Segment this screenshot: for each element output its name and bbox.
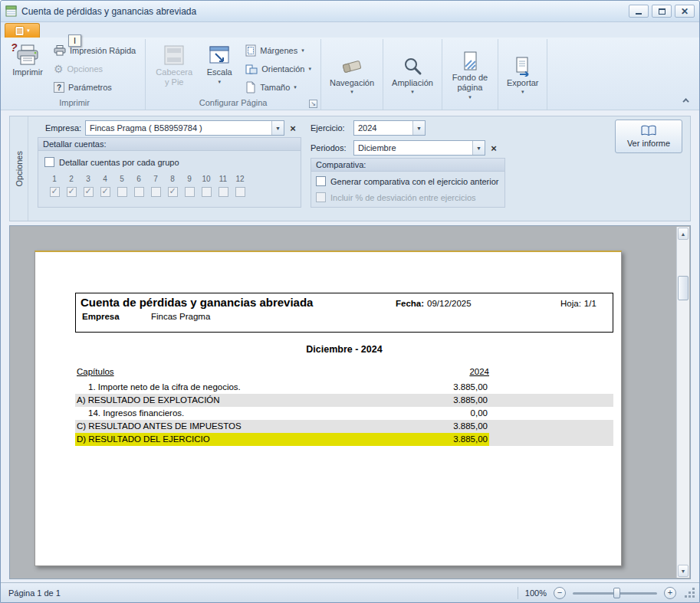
generar-comparativa-checkbox[interactable] [316,176,326,186]
row-value: 3.885,00 [453,433,489,446]
imprimir-button[interactable]: ? Imprimir [8,41,47,80]
tamano-button[interactable]: Tamaño ▾ [241,80,316,95]
month-checkbox-12[interactable] [235,187,245,197]
month-checkbox-1[interactable] [50,187,60,197]
zoom-out-button[interactable]: − [554,587,566,599]
tamano-label: Tamaño [260,83,290,92]
app-menu-button[interactable]: ▾ [5,23,40,38]
periodos-clear-button[interactable]: × [487,140,501,156]
capitulos-column-header: Capítulos [75,365,469,379]
month-checkbox-4[interactable] [100,187,110,197]
month-number-2: 2 [63,175,80,183]
month-checkbox-2[interactable] [67,187,77,197]
page-indicator: Página 1 de 1 [8,588,61,598]
ribbon-group-ampliacion: Ampliación ▾ [383,39,442,110]
month-checkbox-9[interactable] [185,187,195,197]
report-preview: Cuenta de pérdidas y ganancias abreviada… [9,225,691,579]
scrollbar-thumb[interactable] [678,276,688,300]
close-button[interactable]: ✕ [675,5,695,18]
report-header-box: Cuenta de pérdidas y ganancias abreviada… [75,293,613,333]
month-checkbox-7[interactable] [151,187,161,197]
month-checkbox-5[interactable] [117,187,127,197]
export-icon [511,57,534,77]
question-mark-overlay-icon: ? [11,41,18,54]
chevron-up-icon [682,98,688,104]
restore-icon [659,8,665,15]
fondo-de-pagina-dropdown-icon: ▾ [468,94,472,100]
ampliacion-button[interactable]: Ampliación ▾ [388,53,437,98]
comparativa-checkbox2-row: Incluir % de desviación entre ejercicios [316,192,476,202]
ejercicio-dropdown-arrow-icon[interactable]: ▼ [412,121,425,135]
escala-button[interactable]: Escala ▾ [200,41,238,87]
month-checkbox-8[interactable] [168,187,178,197]
hoja-label: Hoja: [560,299,581,308]
restore-button[interactable] [652,5,672,18]
ribbon-collapse-button[interactable] [681,95,693,106]
periodos-value: Diciembre [354,143,472,152]
month-number-4: 4 [97,175,113,183]
dialog-launcher-icon[interactable]: ↘ [309,100,317,108]
margenes-button[interactable]: Márgenes ▾ [241,43,316,58]
row-label: A) RESULTADO DE EXPLOTACIÓN [75,394,453,407]
month-number-5: 5 [113,175,130,183]
month-checkboxes-row [38,186,248,197]
fondo-de-pagina-button[interactable]: Fondo de página ▾ [447,48,493,102]
ver-informe-button[interactable]: Ver informe [615,120,682,153]
ribbon-tab-row: ▾ [1,22,699,38]
month-checkbox-10[interactable] [202,187,212,197]
opciones-button: ⚙ Opciones [49,61,140,77]
scroll-down-button[interactable]: ▼ [678,565,688,577]
minimize-button[interactable] [629,5,649,18]
parametros-button[interactable]: ? Parámetros [49,80,140,95]
fondo-de-pagina-label: Fondo de página [451,73,489,92]
ribbon-content: ? Imprimir [1,38,699,110]
comparativa-checkbox1-row[interactable]: Generar comparativa con el ejercicio ant… [316,176,499,186]
close-icon: ✕ [681,7,688,16]
report-sheet: Hoja: 1/1 [560,299,608,308]
empresa-dropdown-arrow-icon[interactable]: ▼ [271,121,284,135]
ribbon-group-exportar: Exportar ▾ [498,39,548,110]
navegacion-button[interactable]: Navegación ▾ [326,53,378,98]
open-book-icon [641,125,656,136]
statusbar-divider [518,587,518,599]
ejercicio-combobox[interactable]: 2024 ▼ [353,120,426,136]
page-size-icon [245,81,256,93]
zoom-slider[interactable] [573,587,657,599]
zoom-level: 100% [525,588,547,598]
empresa-clear-button[interactable]: × [286,120,300,136]
comparativa-group: Comparativa: Generar comparativa con el … [311,158,505,208]
month-checkbox-11[interactable] [219,187,228,197]
zoom-in-button[interactable]: + [664,587,676,599]
detallar-cuentas-group: Detallar cuentas: Detallar cuentas por c… [38,137,301,208]
generar-comparativa-label: Generar comparativa con el ejercicio ant… [330,177,499,186]
month-number-8: 8 [164,175,181,183]
minimize-icon [636,13,642,15]
app-window: Cuenta de pérdidas y ganancias abreviada… [0,0,700,603]
navigation-icon [340,57,363,77]
scroll-up-button[interactable]: ▲ [678,228,688,240]
month-checkbox-6[interactable] [134,187,144,197]
ver-informe-label: Ver informe [627,139,670,148]
options-vertical-tab[interactable]: Opciones [10,116,28,221]
detallar-checkbox-row[interactable]: Detallar cuentas por cada grupo [44,157,179,167]
orientacion-button[interactable]: Orientación ▾ [241,61,316,77]
preview-vertical-scrollbar[interactable]: ▲ ▼ [676,227,689,578]
impresion-rapida-button[interactable]: Impresión Rápida [49,43,140,58]
detallar-checkbox[interactable] [44,157,54,167]
exportar-dropdown-icon: ▾ [521,89,524,95]
month-number-12: 12 [232,175,248,183]
ribbon: ▾ I ? [1,22,699,110]
incluir-desviacion-label: Incluir % de desviación entre ejercicios [330,193,476,202]
row-label: 1. Importe neto de la cifra de negocios. [75,381,453,394]
month-checkbox-3[interactable] [84,187,94,197]
empresa-combobox[interactable]: Fincas Pragma ( B58959784 ) ▼ [85,120,284,136]
ejercicio-label: Ejercicio: [311,123,345,133]
periodos-combobox[interactable]: Diciembre ▼ [353,140,485,156]
month-number-3: 3 [80,175,97,183]
resize-grip[interactable] [685,588,695,598]
month-number-7: 7 [147,175,164,183]
magnifier-icon [401,57,424,77]
periodos-dropdown-arrow-icon[interactable]: ▼ [472,141,485,155]
zoom-slider-thumb[interactable] [613,588,620,598]
exportar-button[interactable]: Exportar ▾ [503,53,543,98]
